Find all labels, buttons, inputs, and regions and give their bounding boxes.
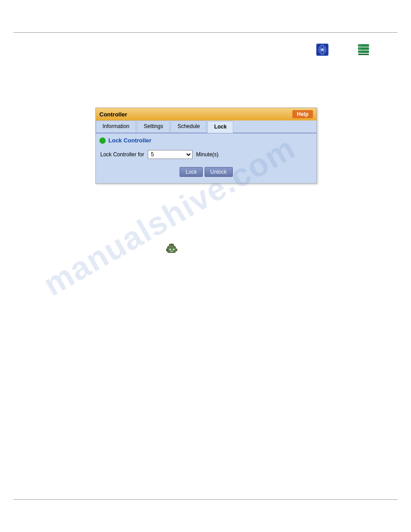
svg-rect-22: [166, 249, 167, 251]
header-icons-area: [0, 43, 398, 57]
lock-button[interactable]: Lock: [180, 167, 202, 177]
panel-title: Controller: [99, 111, 127, 118]
panel-content: Lock Controller Lock Controller for 1 2 …: [96, 133, 317, 183]
svg-rect-23: [176, 249, 177, 251]
top-divider: [13, 32, 398, 33]
controller-icon: [165, 242, 179, 256]
status-indicator: [99, 137, 106, 144]
unlock-button[interactable]: Unlock: [205, 167, 233, 177]
svg-point-15: [360, 51, 360, 52]
network-icon[interactable]: [315, 43, 330, 57]
help-button[interactable]: Help: [292, 110, 313, 118]
controller-panel: Controller Help Information Settings Sch…: [95, 107, 317, 184]
svg-point-25: [171, 244, 173, 245]
svg-rect-21: [171, 251, 173, 252]
tab-settings[interactable]: Settings: [137, 120, 170, 133]
svg-point-14: [360, 48, 360, 49]
lock-form-row: Lock Controller for 1 2 3 4 5 10 15 30 6…: [99, 148, 313, 161]
svg-point-19: [169, 249, 171, 250]
tab-lock[interactable]: Lock: [207, 121, 233, 133]
section-title: Lock Controller: [108, 137, 151, 144]
tabs-row: Information Settings Schedule Lock: [96, 120, 317, 133]
svg-point-13: [360, 45, 360, 46]
buttons-row: Lock Unlock: [99, 165, 313, 180]
lock-controller-label: Lock Controller for: [100, 151, 144, 158]
stack-icon[interactable]: [356, 43, 371, 57]
svg-point-7: [321, 48, 324, 51]
tab-information[interactable]: Information: [96, 120, 136, 133]
panel-titlebar: Controller Help: [96, 108, 317, 120]
minutes-select[interactable]: 1 2 3 4 5 10 15 30 60: [148, 150, 193, 159]
svg-rect-24: [170, 245, 173, 245]
section-header: Lock Controller: [99, 137, 313, 144]
svg-point-20: [173, 249, 175, 250]
minutes-label: Minute(s): [196, 151, 218, 158]
tab-schedule[interactable]: Schedule: [171, 120, 206, 133]
svg-rect-12: [358, 54, 369, 55]
bottom-divider: [13, 499, 398, 500]
